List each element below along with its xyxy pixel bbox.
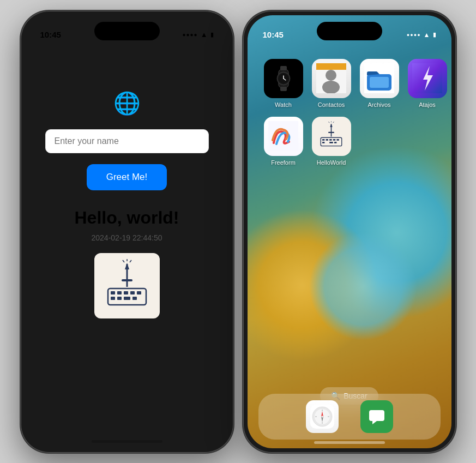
ios-dock: [258, 394, 441, 440]
wallpaper-blob-3: [309, 232, 418, 341]
svg-rect-37: [322, 139, 324, 141]
app-content: 🌐 Greet Me! Hello, world! 2024-02-19 22:…: [25, 47, 229, 448]
freeform-icon: [264, 117, 303, 156]
shortcuts-icon: [408, 59, 447, 98]
timestamp-text: 2024-02-19 22:44:50: [92, 233, 162, 242]
app-helloworld[interactable]: HelloWorld: [312, 117, 351, 166]
svg-rect-3: [117, 291, 122, 294]
name-input[interactable]: [45, 129, 209, 153]
svg-rect-40: [333, 139, 335, 141]
home-indicator-left: [92, 440, 162, 443]
svg-point-27: [326, 70, 336, 81]
home-indicator-right: [314, 441, 385, 444]
right-status-bar: 10:45 ●●●● ▲ ▮: [248, 15, 451, 47]
left-phone-frame: 10:45 ●●●● ▲ ▮ 🌐 Greet Me! Hello, world!…: [21, 11, 233, 453]
wifi-icon: ▲: [201, 31, 208, 39]
svg-rect-44: [334, 142, 336, 143]
svg-rect-2: [111, 291, 115, 294]
svg-rect-10: [132, 297, 137, 300]
shortcuts-label: Atajos: [419, 101, 436, 108]
svg-rect-43: [329, 142, 333, 143]
app-watch[interactable]: Watch: [264, 59, 303, 108]
watch-icon: [264, 59, 303, 98]
phones-container: 10:45 ●●●● ▲ ▮ 🌐 Greet Me! Hello, world!…: [0, 0, 476, 463]
dock-safari[interactable]: [306, 400, 339, 433]
svg-rect-23: [280, 66, 287, 70]
left-time: 10:45: [40, 30, 61, 39]
app-grid: Watch Contactos: [258, 53, 441, 171]
svg-rect-6: [137, 291, 141, 294]
right-status-icons: ●●●● ▲ ▮: [407, 31, 436, 39]
svg-rect-42: [322, 142, 324, 143]
right-phone-screen: 10:45 ●●●● ▲ ▮: [248, 15, 451, 448]
files-label: Archivos: [367, 101, 390, 108]
svg-rect-26: [316, 63, 346, 70]
dock-messages[interactable]: [360, 400, 393, 433]
right-phone-frame: 10:45 ●●●● ▲ ▮: [243, 11, 456, 453]
svg-rect-47: [328, 132, 334, 133]
app-logo-svg: [100, 258, 154, 313]
svg-rect-39: [329, 139, 332, 141]
right-signal-icon: ●●●●: [407, 32, 421, 38]
files-icon: [360, 59, 399, 98]
watch-label: Watch: [275, 101, 292, 108]
svg-rect-9: [124, 297, 130, 300]
app-files[interactable]: Archivos: [360, 59, 399, 108]
svg-rect-38: [326, 139, 328, 141]
app-shortcuts[interactable]: Atajos: [408, 59, 447, 108]
svg-rect-8: [117, 297, 122, 300]
svg-rect-24: [280, 87, 287, 91]
right-battery-icon: ▮: [433, 31, 436, 38]
svg-rect-13: [122, 279, 132, 281]
svg-point-28: [322, 81, 340, 93]
left-phone-screen: 10:45 ●●●● ▲ ▮ 🌐 Greet Me! Hello, world!…: [25, 15, 229, 448]
left-status-icons: ●●●● ▲ ▮: [182, 31, 213, 39]
right-wifi-icon: ▲: [424, 31, 430, 39]
hello-world-text: Hello, world!: [75, 208, 179, 228]
dynamic-island-left: [94, 22, 160, 40]
app-contacts[interactable]: Contactos: [312, 59, 351, 108]
app-logo-container: [94, 253, 160, 318]
contacts-icon: [312, 59, 351, 98]
svg-rect-4: [124, 291, 128, 294]
greet-button[interactable]: Greet Me!: [87, 164, 167, 190]
battery-icon: ▮: [210, 31, 214, 38]
svg-rect-31: [370, 77, 389, 88]
app-freeform[interactable]: Freeform: [264, 117, 303, 166]
helloworld-icon: [312, 117, 351, 156]
globe-icon: 🌐: [113, 91, 141, 116]
contacts-label: Contactos: [318, 101, 345, 108]
helloworld-label: HelloWorld: [317, 159, 346, 166]
svg-rect-41: [336, 139, 339, 141]
svg-rect-7: [111, 297, 115, 300]
svg-rect-5: [130, 291, 135, 294]
freeform-label: Freeform: [271, 159, 296, 166]
right-time: 10:45: [263, 30, 284, 39]
signal-icon: ●●●●: [182, 32, 197, 38]
